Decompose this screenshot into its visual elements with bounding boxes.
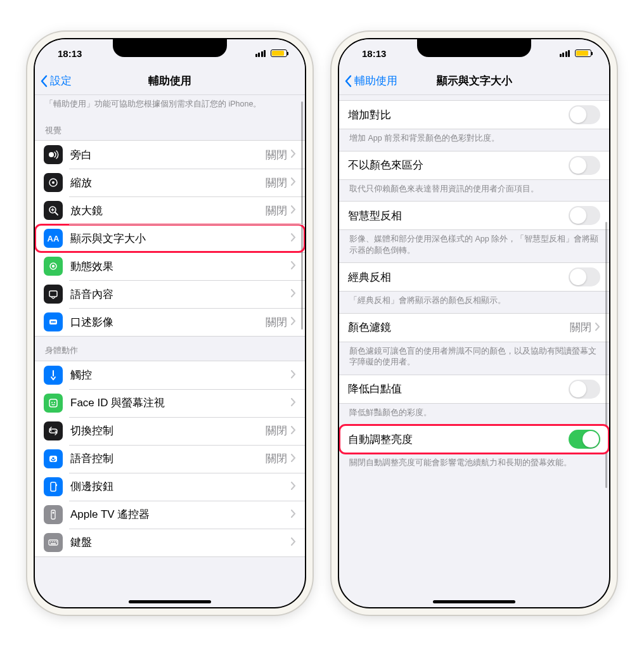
row-voiceover[interactable]: 旁白 關閉 bbox=[35, 141, 305, 169]
row-differentiate-without-color[interactable]: 不以顏色來區分 bbox=[339, 151, 609, 179]
row-faceid[interactable]: Face ID 與螢幕注視 bbox=[35, 389, 305, 417]
phone-left: 18:13 設定 輔助使用 「輔助使用」功能可協助您根據個別需求自訂您的 iPh… bbox=[27, 32, 312, 615]
svg-point-2 bbox=[52, 181, 55, 184]
chevron-right-icon bbox=[291, 177, 296, 188]
apple-tv-remote-icon bbox=[44, 505, 63, 524]
svg-point-12 bbox=[53, 321, 55, 323]
scrollbar[interactable] bbox=[301, 101, 303, 330]
row-voice-control[interactable]: 語音控制 關閉 bbox=[35, 445, 305, 473]
chevron-right-icon bbox=[291, 537, 296, 548]
row-color-filters[interactable]: 顏色濾鏡 關閉 bbox=[339, 314, 609, 342]
footer-2: 影像、媒體和部分使用深色樣式的 App 除外，「智慧型反相」會將顯示器的顏色倒轉… bbox=[339, 230, 609, 262]
footer-3: 「經典反相」會將顯示器的顏色反相顯示。 bbox=[339, 292, 609, 313]
row-spoken-content[interactable]: 語音內容 bbox=[35, 280, 305, 308]
toggle-differentiate[interactable] bbox=[569, 156, 600, 175]
motion-icon bbox=[44, 257, 63, 276]
chevron-right-icon bbox=[291, 425, 296, 437]
chevron-right-icon bbox=[291, 233, 296, 244]
chevron-right-icon bbox=[595, 322, 600, 333]
toggle-auto-brightness[interactable] bbox=[569, 430, 600, 449]
toggle-increase-contrast[interactable] bbox=[569, 105, 600, 124]
row-apple-tv-remote[interactable]: Apple TV 遙控器 bbox=[35, 501, 305, 529]
back-label: 設定 bbox=[50, 74, 72, 88]
svg-rect-9 bbox=[49, 291, 57, 297]
status-time: 18:13 bbox=[58, 48, 82, 59]
row-classic-invert[interactable]: 經典反相 bbox=[339, 263, 609, 291]
svg-point-19 bbox=[52, 457, 55, 459]
svg-rect-14 bbox=[49, 399, 57, 407]
toggle-reduce-white-point[interactable] bbox=[569, 380, 600, 399]
side-button-icon bbox=[44, 477, 63, 496]
nav-bar: 設定 輔助使用 bbox=[35, 67, 305, 95]
home-indicator[interactable] bbox=[433, 600, 515, 603]
battery-icon bbox=[575, 49, 591, 57]
row-switch-control[interactable]: 切換控制 關閉 bbox=[35, 417, 305, 445]
chevron-right-icon bbox=[291, 453, 296, 465]
notch bbox=[417, 39, 531, 57]
svg-rect-26 bbox=[52, 541, 53, 543]
row-motion[interactable]: 動態效果 bbox=[35, 252, 305, 280]
row-auto-brightness[interactable]: 自動調整亮度 bbox=[339, 425, 609, 453]
svg-point-16 bbox=[54, 402, 55, 403]
svg-rect-28 bbox=[56, 541, 57, 543]
row-touch[interactable]: 觸控 bbox=[35, 361, 305, 389]
nav-title: 輔助使用 bbox=[35, 74, 305, 88]
zoom-icon bbox=[44, 173, 63, 192]
row-zoom[interactable]: 縮放 關閉 bbox=[35, 169, 305, 196]
signal-icon bbox=[560, 50, 570, 57]
svg-rect-20 bbox=[51, 482, 56, 491]
status-time: 18:13 bbox=[362, 48, 386, 59]
row-keyboard[interactable]: 鍵盤 bbox=[35, 529, 305, 556]
svg-point-23 bbox=[53, 511, 55, 513]
content-right[interactable]: 增加對比 增加 App 前景和背景顏色的色彩對比度。 不以顏色來區分 取代只仰賴… bbox=[339, 95, 609, 607]
chevron-right-icon bbox=[291, 369, 296, 381]
voice-control-icon bbox=[44, 449, 63, 468]
home-indicator[interactable] bbox=[129, 600, 211, 603]
svg-rect-21 bbox=[56, 484, 58, 486]
chevron-right-icon bbox=[291, 205, 296, 216]
nav-bar: 輔助使用 顯示與文字大小 bbox=[339, 67, 609, 95]
toggle-classic-invert[interactable] bbox=[569, 267, 600, 286]
voiceover-icon bbox=[44, 145, 63, 164]
back-button[interactable]: 設定 bbox=[40, 74, 72, 88]
chevron-right-icon bbox=[291, 397, 296, 409]
svg-point-11 bbox=[51, 321, 53, 323]
audio-descriptions-icon bbox=[44, 312, 63, 331]
back-label: 輔助使用 bbox=[354, 74, 397, 88]
svg-point-0 bbox=[49, 152, 54, 157]
chevron-right-icon bbox=[291, 288, 296, 300]
intro-text: 「輔助使用」功能可協助您根據個別需求自訂您的 iPhone。 bbox=[35, 95, 305, 117]
phone-right: 18:13 輔助使用 顯示與文字大小 增加對比 增加 App 前景和背景顏色的色… bbox=[332, 32, 617, 615]
footer-6: 關閉自動調整亮度可能會影響電池續航力和長期的螢幕效能。 bbox=[339, 454, 609, 475]
faceid-icon bbox=[44, 394, 63, 413]
signal-icon bbox=[255, 50, 266, 57]
footer-4: 顏色濾鏡可讓色盲的使用者辨識不同的顏色，以及協助有閱讀螢幕文字障礙的使用者。 bbox=[339, 342, 609, 375]
chevron-right-icon bbox=[291, 149, 296, 160]
row-magnifier[interactable]: 放大鏡 關閉 bbox=[35, 196, 305, 224]
vision-header: 視覺 bbox=[35, 117, 305, 141]
switch-control-icon bbox=[44, 421, 63, 440]
notch bbox=[113, 39, 227, 57]
row-audio-descriptions[interactable]: 口述影像 關閉 bbox=[35, 308, 305, 336]
chevron-right-icon bbox=[291, 481, 296, 492]
svg-rect-24 bbox=[49, 540, 58, 545]
footer-0: 增加 App 前景和背景顏色的色彩對比度。 bbox=[339, 129, 609, 151]
svg-rect-22 bbox=[51, 510, 55, 519]
chevron-right-icon bbox=[291, 316, 296, 328]
keyboard-icon bbox=[44, 533, 63, 552]
magnifier-icon bbox=[44, 201, 63, 220]
row-smart-invert[interactable]: 智慧型反相 bbox=[339, 202, 609, 229]
footer-5: 降低鮮豔顏色的彩度。 bbox=[339, 404, 609, 425]
back-button[interactable]: 輔助使用 bbox=[344, 74, 397, 88]
content-left[interactable]: 「輔助使用」功能可協助您根據個別需求自訂您的 iPhone。 視覺 旁白 關閉 … bbox=[35, 95, 305, 607]
svg-rect-25 bbox=[50, 541, 51, 543]
row-side-button[interactable]: 側邊按鈕 bbox=[35, 473, 305, 501]
row-display-text-size[interactable]: AA 顯示與文字大小 bbox=[35, 224, 305, 252]
row-increase-contrast[interactable]: 增加對比 bbox=[339, 101, 609, 129]
svg-point-15 bbox=[51, 402, 53, 403]
footer-1: 取代只仰賴顏色來表達替用資訊的使用者介面項目。 bbox=[339, 180, 609, 202]
row-reduce-white-point[interactable]: 降低白點值 bbox=[339, 375, 609, 403]
touch-icon bbox=[44, 366, 63, 385]
toggle-smart-invert[interactable] bbox=[569, 206, 600, 225]
chevron-right-icon bbox=[291, 260, 296, 272]
